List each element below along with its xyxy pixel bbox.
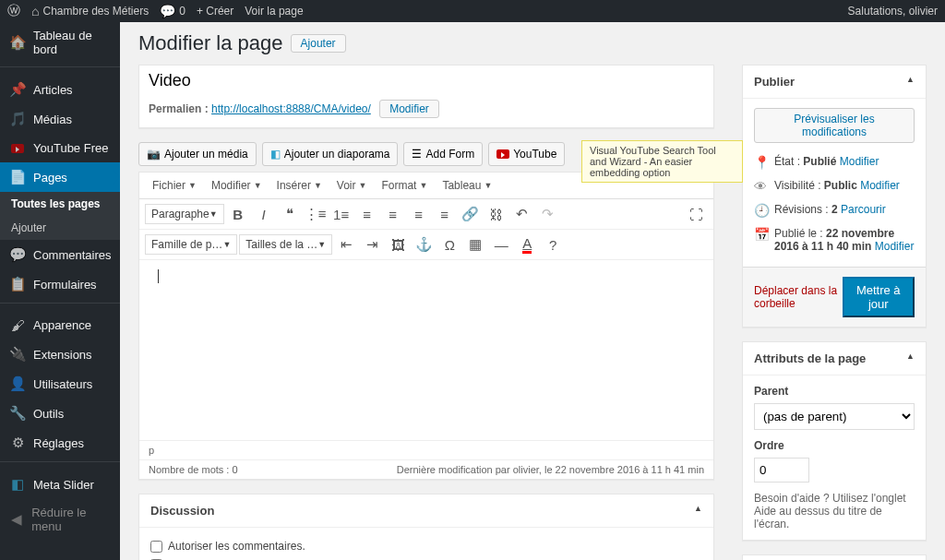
permalink-url[interactable]: http://localhost:8888/CMA/video/: [211, 102, 371, 115]
table-button[interactable]: ▦: [463, 233, 487, 256]
order-input[interactable]: [754, 458, 809, 483]
align-center-button[interactable]: ≡: [381, 203, 405, 225]
publish-panel: Publier▲ Prévisualiser les modifications…: [742, 65, 927, 328]
indent-button[interactable]: ⇥: [360, 233, 384, 256]
edit-visibility-link[interactable]: Modifier: [860, 179, 900, 192]
page-title: Modifier la page: [138, 31, 283, 55]
post-title-input[interactable]: [139, 66, 713, 96]
featured-image-panel: Image à la Une▲ Mettre une image à la Un…: [742, 554, 927, 560]
menu-comments[interactable]: 💬Commentaires: [0, 240, 120, 269]
menu-view[interactable]: Voir▼: [329, 175, 375, 196]
menu-articles[interactable]: 📌Articles: [0, 75, 120, 104]
publish-toggle[interactable]: Publier▲: [743, 66, 926, 99]
ul-button[interactable]: ⋮≡: [304, 203, 328, 225]
hr-button[interactable]: —: [489, 233, 513, 256]
fullscreen-button[interactable]: ⛶: [684, 203, 708, 225]
text-color-button[interactable]: A: [515, 233, 539, 256]
menu-collapse[interactable]: ◀Réduire le menu: [0, 499, 120, 540]
submenu-add-page[interactable]: Ajouter: [0, 216, 120, 240]
edit-status-link[interactable]: Modifier: [840, 155, 879, 168]
site-name-link[interactable]: ⌂Chambre des Métiers: [31, 4, 149, 18]
last-modified: Dernière modification par olivier, le 22…: [397, 464, 704, 475]
trash-link[interactable]: Déplacer dans la corbeille: [754, 284, 843, 310]
parent-label: Parent: [754, 385, 915, 398]
add-slideshow-button[interactable]: ◧Ajouter un diaporama: [262, 142, 399, 166]
menu-youtube[interactable]: YouTube Free: [0, 134, 120, 162]
align-left-button[interactable]: ≡: [355, 203, 379, 225]
anchor-button[interactable]: ⚓: [412, 233, 436, 256]
menu-format[interactable]: Format▼: [374, 175, 435, 196]
admin-toolbar: ⓦ ⌂Chambre des Métiers 💬0 + Créer Voir l…: [0, 0, 945, 22]
menu-forms[interactable]: 📋Formulaires: [0, 269, 120, 299]
order-label: Ordre: [754, 439, 915, 452]
view-page-link[interactable]: Voir la page: [245, 5, 303, 18]
editor-content[interactable]: [139, 260, 713, 440]
parent-select[interactable]: (pas de parent): [754, 403, 915, 430]
new-content-link[interactable]: + Créer: [197, 5, 233, 18]
pin-icon: 📍: [754, 155, 769, 170]
bold-button[interactable]: B: [226, 203, 250, 225]
align-justify-button[interactable]: ≡: [433, 203, 457, 225]
align-right-button[interactable]: ≡: [407, 203, 431, 225]
add-new-button[interactable]: Ajouter: [291, 34, 346, 53]
undo-button[interactable]: ↶: [510, 203, 534, 225]
menu-dashboard[interactable]: 🏠Tableau de bord: [0, 22, 120, 63]
add-form-button[interactable]: ☰Add Form: [403, 142, 483, 166]
ol-button[interactable]: 1≡: [329, 203, 353, 225]
format-select[interactable]: Paragraphe▼: [145, 204, 224, 224]
char-button[interactable]: Ω: [437, 233, 461, 256]
menu-edit[interactable]: Modifier▼: [204, 175, 269, 196]
submenu-all-pages[interactable]: Toutes les pages: [0, 192, 120, 216]
image-button[interactable]: 🖼: [386, 233, 410, 256]
unlink-button[interactable]: ⛓: [484, 203, 508, 225]
font-family-select[interactable]: Famille de p…▼: [145, 234, 237, 255]
menu-settings[interactable]: ⚙Réglages: [0, 428, 120, 458]
comments-link[interactable]: 💬0: [160, 4, 185, 18]
permalink-row: Permalien : http://localhost:8888/CMA/vi…: [139, 96, 713, 127]
outdent-button[interactable]: ⇤: [334, 233, 358, 256]
word-count: Nombre de mots : 0: [149, 464, 238, 475]
allow-comments-checkbox[interactable]: [150, 541, 162, 553]
menu-extensions[interactable]: 🔌Extensions: [0, 340, 120, 369]
quote-button[interactable]: ❝: [278, 203, 302, 225]
attributes-panel: Attributs de la page▲ Parent (pas de par…: [742, 341, 927, 541]
help-button[interactable]: ?: [541, 233, 565, 256]
discussion-toggle[interactable]: Discussion▲: [139, 494, 713, 528]
wp-logo[interactable]: ⓦ: [7, 3, 20, 19]
element-path: p: [149, 445, 154, 456]
link-button[interactable]: 🔗: [459, 203, 483, 225]
discussion-panel: Discussion▲ Autoriser les commentaires. …: [138, 494, 714, 560]
edit-date-link[interactable]: Modifier: [875, 240, 915, 253]
menu-metaslider[interactable]: ◧Meta Slider: [0, 470, 120, 499]
menu-appearance[interactable]: 🖌Apparence: [0, 311, 120, 340]
menu-file[interactable]: Fichier▼: [145, 175, 204, 196]
account-link[interactable]: Salutations, olivier: [848, 5, 938, 18]
browse-revisions-link[interactable]: Parcourir: [841, 203, 886, 216]
menu-tools[interactable]: 🔧Outils: [0, 399, 120, 428]
menu-pages[interactable]: 📄Pages: [0, 162, 120, 192]
update-button[interactable]: Mettre à jour: [843, 277, 915, 317]
font-size-select[interactable]: Tailles de la …▼: [239, 234, 332, 255]
italic-button[interactable]: I: [252, 203, 276, 225]
preview-button[interactable]: Prévisualiser les modifications: [754, 108, 915, 143]
menu-media[interactable]: 🎵Médias: [0, 104, 120, 134]
menu-users[interactable]: 👤Utilisateurs: [0, 369, 120, 399]
edit-permalink-button[interactable]: Modifier: [379, 100, 439, 118]
youtube-tooltip: Visual YouTube Search Tool and Wizard - …: [581, 140, 743, 183]
redo-button[interactable]: ↷: [536, 203, 560, 225]
featured-toggle[interactable]: Image à la Une▲: [743, 555, 926, 560]
attributes-toggle[interactable]: Attributs de la page▲: [743, 342, 926, 375]
menu-table[interactable]: Tableau▼: [435, 175, 499, 196]
calendar-icon: 📅: [754, 227, 769, 242]
menu-insert[interactable]: Insérer▼: [269, 175, 329, 196]
youtube-button[interactable]: YouTube: [488, 142, 565, 166]
eye-icon: 👁: [754, 179, 769, 194]
revisions-icon: 🕘: [754, 203, 769, 218]
add-media-button[interactable]: 📷Ajouter un média: [138, 142, 257, 166]
help-text: Besoin d'aide ? Utilisez l'onglet Aide a…: [754, 492, 915, 530]
admin-sidebar: 🏠Tableau de bord 📌Articles 🎵Médias YouTu…: [0, 22, 120, 560]
youtube-icon: [496, 149, 509, 159]
